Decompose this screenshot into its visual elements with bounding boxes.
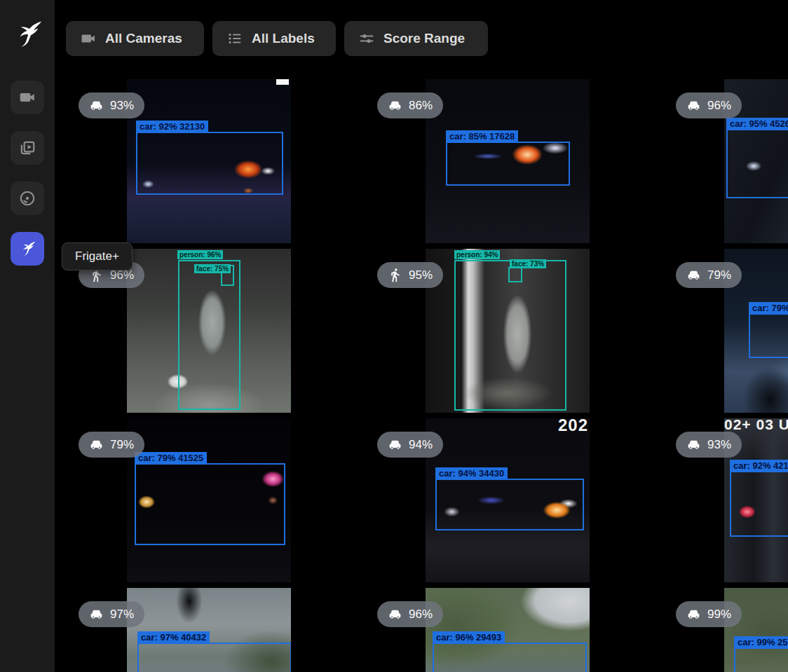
all-cameras-filter-button[interactable]: All Cameras [66, 21, 204, 56]
sidebar-item-review[interactable] [11, 131, 44, 165]
list-icon [226, 30, 243, 47]
detection-cell[interactable]: person: 96% face: 75% 96% [66, 249, 365, 418]
sidebar [0, 0, 55, 672]
detection-cell[interactable]: person: 94% face: 73% 95% [365, 249, 663, 418]
person-icon [388, 268, 402, 282]
bounding-box: car: 94% 34430 [435, 479, 584, 530]
detection-cell[interactable]: 202 car: 94% 34430 94% [365, 418, 663, 588]
bounding-box: car: 79% [749, 313, 788, 358]
filter-label: All Labels [252, 31, 315, 46]
bbox-label: car: 92% 4218 [730, 460, 788, 472]
score-value: 86% [409, 99, 433, 113]
review-icon [18, 139, 36, 157]
detection-cell[interactable]: car: 95% 45260 96% [663, 79, 788, 249]
detection-cell[interactable]: car: 92% 32130 93% [66, 79, 365, 249]
bbox-label: car: 96% 29493 [433, 631, 505, 643]
score-range-filter-button[interactable]: Score Range [344, 21, 488, 56]
detection-cell[interactable]: 02+ 03 U car: 92% 4218 93% [663, 418, 788, 588]
sidebar-item-export[interactable] [11, 181, 44, 215]
bbox-label: car: 92% 32130 [136, 121, 208, 132]
car-icon [388, 98, 402, 113]
bounding-box: car: 79% 41525 [135, 463, 285, 545]
detection-cell[interactable]: car: 85% 17628 86% [365, 79, 663, 249]
detection-cell[interactable]: car: 79% 79% [663, 249, 788, 418]
car-icon [686, 607, 701, 622]
bounding-box [454, 260, 566, 411]
snapshot-image: person: 94% face: 73% [426, 249, 590, 413]
score-badge: 93% [676, 432, 742, 458]
tooltip-label: Frigate+ [75, 249, 119, 263]
detection-cell[interactable]: car: 99% 25 99% [663, 588, 788, 672]
score-value: 95% [409, 268, 433, 282]
snapshot-image: person: 96% face: 75% [127, 249, 291, 413]
score-badge: 95% [377, 262, 443, 288]
score-value: 97% [110, 608, 134, 622]
snapshot-image: car: 92% 32130 [127, 79, 291, 243]
video-camera-icon [80, 30, 97, 47]
filter-label: All Cameras [105, 31, 182, 46]
score-value: 79% [707, 268, 731, 282]
score-badge: 96% [676, 92, 742, 118]
frigate-logo [11, 18, 44, 50]
score-value: 93% [707, 438, 731, 452]
bounding-box: car: 95% 45260 [726, 129, 788, 198]
score-badge: 97% [79, 601, 144, 627]
face-label: face: 73% [510, 259, 546, 268]
bbox-label: car: 85% 17628 [446, 130, 518, 142]
bbox-label: car: 97% 40432 [137, 631, 210, 643]
sidebar-item-frigate-plus[interactable] [11, 232, 44, 266]
score-badge: 93% [79, 92, 144, 118]
score-badge: 94% [377, 432, 443, 458]
frigate-plus-tooltip: Frigate+ [62, 242, 133, 270]
car-icon [686, 437, 701, 452]
bbox-label: car: 79% [749, 302, 788, 314]
snapshot-image: car: 85% 17628 [426, 79, 590, 243]
score-badge: 99% [676, 601, 742, 627]
bbox-label: car: 79% 41525 [135, 452, 207, 464]
bounding-box: car: 96% 29493 [433, 643, 587, 672]
bbox-label: person: 94% [454, 250, 500, 259]
car-icon [89, 437, 104, 452]
bounding-box: car: 97% 40432 [137, 643, 291, 672]
bounding-box: car: 99% 25 [734, 647, 788, 672]
score-value: 79% [110, 438, 134, 452]
sidebar-item-live[interactable] [11, 81, 44, 114]
detection-cell[interactable]: car: 96% 29493 96% [365, 588, 663, 672]
bbox-label: car: 99% 25 [734, 636, 788, 648]
score-value: 96% [707, 99, 731, 113]
snapshot-image: car: 97% 40432 [127, 588, 291, 672]
video-camera-icon [18, 88, 36, 107]
score-badge: 86% [377, 92, 443, 118]
camera-timestamp: 02+ 03 U [724, 418, 788, 433]
bbox-label: person: 96% [177, 250, 223, 259]
all-labels-filter-button[interactable]: All Labels [212, 21, 336, 56]
bbox-label: car: 95% 45260 [726, 118, 788, 130]
snapshot-image: car: 96% 29493 [426, 588, 590, 672]
bounding-box: car: 92% 4218 [730, 471, 788, 537]
score-badge: 96% [377, 601, 443, 627]
car-icon [686, 268, 701, 282]
detection-cell[interactable]: car: 79% 41525 79% [66, 418, 365, 588]
frigate-app: Frigate+ All Cameras All Labels Score Ra… [0, 0, 788, 672]
face-bounding-box: face: 73% [508, 267, 522, 282]
car-icon [388, 607, 402, 622]
bbox-label: car: 94% 34430 [435, 467, 508, 479]
bounding-box: car: 85% 17628 [446, 142, 570, 186]
detection-cell[interactable]: car: 97% 40432 97% [66, 588, 365, 672]
frigate-bird-icon [18, 240, 36, 258]
car-icon [686, 98, 701, 113]
score-value: 93% [110, 99, 134, 113]
osd-overlay [276, 79, 289, 85]
score-value: 99% [707, 608, 731, 622]
frigate-bird-icon [11, 18, 44, 50]
car-icon [388, 437, 402, 452]
score-badge: 79% [79, 432, 144, 458]
score-value: 94% [409, 438, 433, 452]
bounding-box: car: 92% 32130 [136, 132, 283, 195]
face-label: face: 75% [194, 264, 231, 273]
snapshot-image: 202 car: 94% 34430 [426, 418, 590, 582]
export-disc-icon [18, 189, 36, 207]
snapshot-image: car: 79% 41525 [127, 418, 291, 582]
filter-label: Score Range [383, 31, 465, 46]
score-value: 96% [409, 608, 433, 622]
